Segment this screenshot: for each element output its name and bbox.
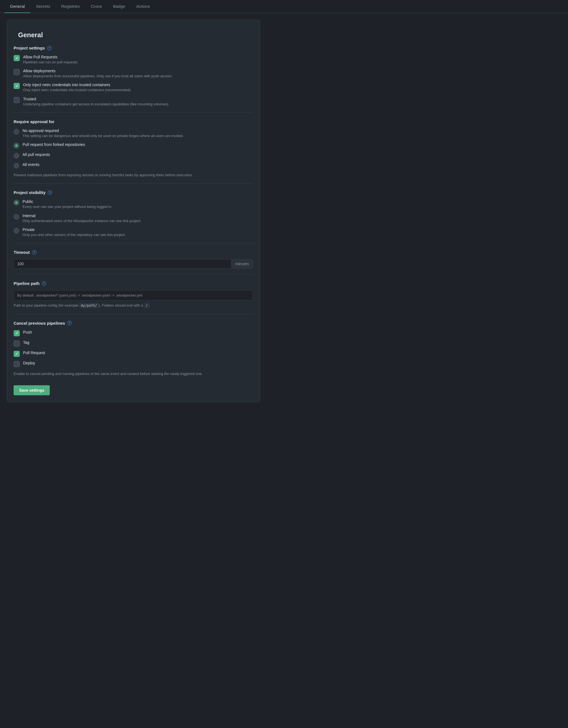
project-visibility-header: Project visibility ? (14, 190, 253, 195)
option-desc-allow-pull-requests: Pipelines can run on pull requests. (23, 60, 78, 65)
option-label-trusted: Trusted (23, 97, 169, 101)
checkbox-only-inject-netrc[interactable] (14, 83, 20, 89)
option-only-inject-netrc: Only inject netrc credentials into trust… (14, 83, 253, 93)
option-label-all-events: All events (23, 162, 39, 167)
cancel-previous-header: Cancel previous pipelines ? (14, 321, 253, 326)
option-public: PublicEvery user can see your project wi… (14, 199, 253, 209)
settings-card: General Project settings ? Allow Pull Re… (7, 20, 260, 402)
timeout-unit: minutes (231, 259, 253, 269)
timeout-help-icon[interactable]: ? (32, 250, 36, 255)
option-label-pull-request: Pull Request (23, 351, 45, 355)
project-settings-options: Allow Pull RequestsPipelines can run on … (14, 55, 253, 107)
timeout-header: Timeout ? (14, 250, 253, 255)
tab-crons[interactable]: Crons (85, 0, 108, 13)
option-label-only-inject-netrc: Only inject netrc credentials into trust… (23, 83, 132, 87)
tab-secrets[interactable]: Secrets (30, 0, 56, 13)
require-approval-hint: Prevent malicious pipelines from exposin… (14, 172, 253, 178)
tab-general[interactable]: General (4, 0, 30, 13)
tab-registries[interactable]: Registries (56, 0, 85, 13)
tab-badge[interactable]: Badge (108, 0, 131, 13)
tab-actions[interactable]: Actions (131, 0, 155, 13)
tab-navigation: GeneralSecretsRegistriesCronsBadgeAction… (0, 0, 568, 13)
checkbox-deploy[interactable] (14, 361, 20, 367)
option-label-allow-deployments: Allow deployments (23, 69, 173, 73)
divider-4 (14, 274, 253, 274)
cancel-previous-hint: Enable to cancel pending and running pip… (14, 371, 253, 377)
project-visibility-help-icon[interactable]: ? (48, 190, 52, 195)
require-approval-options: No approval requiredThis setting can be … (14, 128, 253, 168)
option-label-push: Push (23, 330, 32, 334)
pipeline-path-hint: Path to your pipeline config (for exampl… (14, 303, 253, 308)
radio-pull-request-forked[interactable] (14, 143, 19, 148)
option-all-events: All events (14, 162, 253, 168)
pipeline-path-hint-prefix: Path to your pipeline config (for exampl… (14, 303, 79, 307)
option-pull-request: Pull Request (14, 351, 253, 357)
option-private: PrivateOnly you and other owners of the … (14, 227, 253, 237)
option-label-deploy: Deploy (23, 361, 35, 365)
pipeline-path-code2: / (144, 303, 149, 308)
option-label-allow-pull-requests: Allow Pull Requests (23, 55, 78, 59)
option-all-pull-requests: All pull requests (14, 152, 253, 158)
checkbox-trusted[interactable] (14, 97, 20, 103)
page-title: General (14, 27, 253, 39)
timeout-input[interactable] (14, 259, 231, 269)
option-label-tag: Tag (23, 340, 29, 345)
option-desc-trusted: Underlying pipeline containers get acces… (23, 102, 169, 107)
option-label-no-approval: No approval required (23, 128, 184, 133)
option-pull-request-forked: Pull request from forked repositories (14, 142, 253, 148)
main-content: General Project settings ? Allow Pull Re… (0, 13, 267, 409)
divider-5 (14, 314, 253, 314)
option-trusted: TrustedUnderlying pipeline containers ge… (14, 97, 253, 107)
pipeline-path-hint-end: . (150, 303, 151, 307)
radio-private[interactable] (14, 228, 19, 233)
option-internal: InternalOnly authenticated users of the … (14, 213, 253, 223)
radio-internal[interactable] (14, 214, 19, 220)
cancel-previous-options: PushTagPull RequestDeploy (14, 330, 253, 367)
project-settings-help-icon[interactable]: ? (47, 46, 52, 50)
divider-1 (14, 112, 253, 113)
save-button[interactable]: Save settings (14, 385, 50, 395)
divider-3 (14, 243, 253, 243)
option-label-internal: Internal (23, 213, 142, 218)
option-label-all-pull-requests: All pull requests (23, 152, 50, 157)
option-label-private: Private (23, 227, 126, 232)
cancel-previous-label: Cancel previous pipelines (14, 321, 65, 326)
require-approval-label: Require approval for (14, 119, 54, 124)
radio-no-approval[interactable] (14, 129, 19, 135)
radio-public[interactable] (14, 200, 19, 205)
checkbox-allow-deployments[interactable] (14, 69, 20, 75)
option-desc-no-approval: This setting can be dangerous and should… (23, 133, 184, 138)
checkbox-tag[interactable] (14, 341, 20, 347)
project-visibility-options: PublicEvery user can see your project wi… (14, 199, 253, 237)
option-tag: Tag (14, 340, 253, 347)
timeout-row: minutes (14, 259, 253, 269)
cancel-previous-help-icon[interactable]: ? (67, 321, 72, 325)
checkbox-pull-request[interactable] (14, 351, 20, 357)
checkbox-allow-pull-requests[interactable] (14, 55, 20, 61)
timeout-label: Timeout (14, 250, 30, 255)
project-visibility-label: Project visibility (14, 190, 46, 195)
option-desc-private: Only you and other owners of the reposit… (23, 232, 126, 237)
pipeline-path-label: Pipeline path (14, 281, 39, 286)
option-label-pull-request-forked: Pull request from forked repositories (23, 142, 85, 147)
option-desc-internal: Only authenticated users of the Woodpeck… (23, 218, 142, 223)
pipeline-path-hint-suffix: ). Folders should end with a (99, 303, 144, 307)
pipeline-path-code: my/path/ (79, 303, 99, 308)
option-deploy: Deploy (14, 361, 253, 367)
option-push: Push (14, 330, 253, 336)
option-label-public: Public (23, 199, 112, 204)
require-approval-header: Require approval for (14, 119, 253, 124)
radio-all-events[interactable] (14, 163, 19, 168)
pipeline-path-help-icon[interactable]: ? (42, 281, 46, 286)
option-desc-allow-deployments: Allow deployments from successful pipeli… (23, 74, 173, 79)
pipeline-path-placeholder: By default: .woodpecker/*.{yaml,yml} -> … (17, 293, 142, 297)
project-settings-header: Project settings ? (14, 46, 253, 50)
option-allow-pull-requests: Allow Pull RequestsPipelines can run on … (14, 55, 253, 65)
project-settings-label: Project settings (14, 46, 45, 50)
pipeline-path-header: Pipeline path ? (14, 281, 253, 286)
radio-all-pull-requests[interactable] (14, 153, 19, 158)
option-desc-public: Every user can see your project without … (23, 204, 112, 209)
option-desc-only-inject-netrc: Only inject netrc credentials into trust… (23, 88, 132, 93)
option-no-approval: No approval requiredThis setting can be … (14, 128, 253, 138)
checkbox-push[interactable] (14, 330, 20, 336)
